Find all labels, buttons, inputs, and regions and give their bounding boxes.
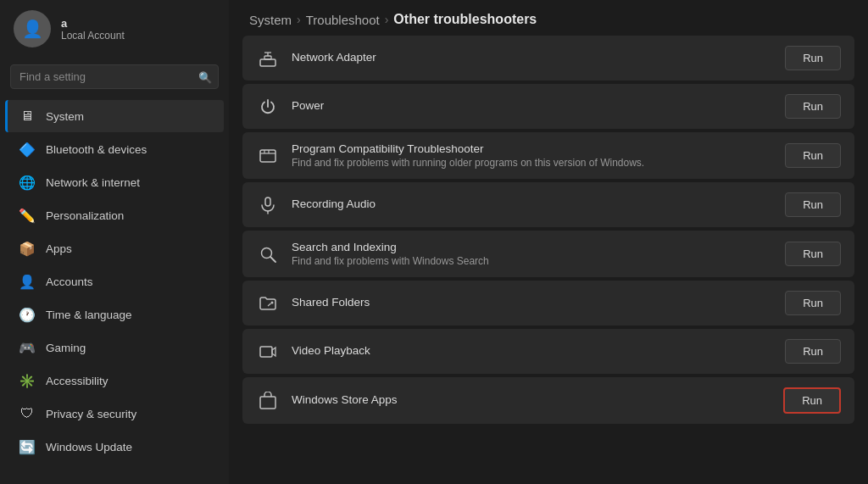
search-input[interactable]	[10, 64, 219, 89]
search-box: 🔍	[10, 64, 219, 89]
sidebar-item-label: Accounts	[46, 275, 93, 288]
svg-rect-14	[260, 347, 272, 357]
run-program-compat-button[interactable]: Run	[785, 143, 841, 168]
recording-audio-text: Recording Audio	[292, 197, 773, 212]
list-item: Video Playback Run	[242, 329, 854, 374]
run-search-indexing-button[interactable]: Run	[785, 242, 841, 266]
sidebar-item-bluetooth[interactable]: 🔷 Bluetooth & devices	[5, 133, 224, 165]
search-indexing-icon	[256, 242, 280, 266]
windows-store-icon	[256, 389, 280, 413]
accounts-icon: 👤	[19, 273, 36, 290]
run-network-adapter-button[interactable]: Run	[785, 46, 841, 70]
list-item: Power Run	[242, 84, 854, 129]
troubleshooters-list: Network Adapter Run Power Run	[229, 36, 868, 484]
user-account-type: Local Account	[61, 30, 125, 42]
main-content: System › Troubleshoot › Other troublesho…	[229, 0, 868, 484]
sidebar-item-system[interactable]: 🖥 System	[5, 100, 224, 132]
recording-audio-title: Recording Audio	[292, 197, 773, 210]
breadcrumb-troubleshoot[interactable]: Troubleshoot	[306, 13, 380, 27]
svg-rect-8	[265, 197, 270, 206]
shared-folders-text: Shared Folders	[292, 296, 773, 310]
windows-store-title: Windows Store Apps	[292, 393, 771, 406]
power-icon	[256, 95, 280, 119]
program-compat-desc: Find and fix problems with running older…	[292, 157, 773, 169]
sidebar-item-label: System	[46, 110, 84, 123]
svg-rect-1	[264, 56, 271, 59]
breadcrumb-current: Other troubleshooters	[393, 12, 537, 27]
sidebar-item-accessibility[interactable]: ✳️ Accessibility	[5, 364, 224, 397]
svg-line-13	[268, 303, 271, 306]
power-text: Power	[292, 99, 773, 114]
apps-icon: 📦	[19, 240, 36, 257]
list-item: Search and Indexing Find and fix problem…	[242, 231, 854, 277]
sidebar-item-label: Gaming	[46, 342, 86, 354]
network-icon: 🌐	[19, 174, 36, 191]
personalization-icon: ✏️	[19, 207, 36, 224]
user-name: a	[61, 17, 125, 30]
svg-rect-4	[260, 150, 275, 162]
program-compat-title: Program Compatibility Troubleshooter	[292, 142, 773, 155]
shared-folders-icon	[256, 292, 280, 315]
power-title: Power	[292, 99, 773, 112]
sidebar-item-privacy[interactable]: 🛡 Privacy & security	[5, 398, 224, 430]
network-adapter-text: Network Adapter	[292, 51, 773, 65]
sidebar-item-label: Privacy & security	[46, 408, 136, 420]
sidebar-item-gaming[interactable]: 🎮 Gaming	[5, 331, 224, 364]
list-item: Program Compatibility Troubleshooter Fin…	[242, 132, 854, 179]
svg-point-12	[271, 301, 274, 303]
sidebar-item-label: Apps	[46, 242, 72, 255]
svg-line-11	[270, 257, 275, 262]
shared-folders-title: Shared Folders	[292, 296, 773, 309]
search-indexing-desc: Find and fix problems with Windows Searc…	[292, 255, 773, 267]
program-compat-text: Program Compatibility Troubleshooter Fin…	[292, 142, 773, 169]
breadcrumb: System › Troubleshoot › Other troublesho…	[229, 0, 868, 36]
run-video-playback-button[interactable]: Run	[785, 339, 841, 364]
sidebar-item-time[interactable]: 🕐 Time & language	[5, 298, 224, 331]
run-shared-folders-button[interactable]: Run	[785, 291, 841, 315]
breadcrumb-system[interactable]: System	[249, 13, 292, 27]
time-icon: 🕐	[19, 306, 36, 323]
video-playback-text: Video Playback	[292, 344, 773, 359]
user-profile[interactable]: 👤 a Local Account	[0, 0, 229, 58]
list-item: Windows Store Apps Run	[242, 377, 854, 424]
sidebar-item-label: Accessibility	[46, 375, 108, 387]
gaming-icon: 🎮	[19, 339, 36, 356]
network-adapter-icon	[256, 47, 280, 70]
sidebar-item-accounts[interactable]: 👤 Accounts	[5, 265, 224, 298]
video-playback-icon	[256, 340, 280, 364]
svg-rect-15	[260, 397, 275, 409]
privacy-icon: 🛡	[19, 405, 36, 422]
search-icon: 🔍	[198, 70, 212, 83]
run-windows-store-button[interactable]: Run	[783, 387, 841, 414]
search-indexing-text: Search and Indexing Find and fix problem…	[292, 241, 773, 267]
svg-rect-0	[260, 59, 275, 66]
sidebar-item-label: Windows Update	[46, 441, 132, 453]
search-indexing-title: Search and Indexing	[292, 241, 773, 253]
sidebar-item-label: Personalization	[46, 209, 124, 222]
accessibility-icon: ✳️	[19, 372, 36, 389]
sidebar-item-label: Network & internet	[46, 176, 140, 189]
sidebar-item-label: Time & language	[46, 309, 132, 321]
windows-update-icon: 🔄	[19, 438, 36, 455]
avatar: 👤	[14, 10, 51, 47]
nav-list: 🖥 System 🔷 Bluetooth & devices 🌐 Network…	[0, 96, 229, 467]
sidebar-item-network[interactable]: 🌐 Network & internet	[5, 166, 224, 198]
sidebar-item-apps[interactable]: 📦 Apps	[5, 232, 224, 264]
list-item: Recording Audio Run	[242, 182, 854, 227]
list-item: Network Adapter Run	[242, 36, 854, 81]
list-item: Shared Folders Run	[242, 281, 854, 325]
windows-store-text: Windows Store Apps	[292, 393, 771, 408]
run-recording-audio-button[interactable]: Run	[785, 192, 841, 217]
run-power-button[interactable]: Run	[785, 94, 841, 119]
sidebar-item-personalization[interactable]: ✏️ Personalization	[5, 199, 224, 231]
sidebar: 👤 a Local Account 🔍 🖥 System 🔷 Bluetooth…	[0, 0, 229, 484]
breadcrumb-sep-2: ›	[385, 13, 389, 26]
video-playback-title: Video Playback	[292, 344, 773, 357]
program-compat-icon	[256, 144, 280, 168]
user-info: a Local Account	[61, 17, 125, 42]
network-adapter-title: Network Adapter	[292, 51, 773, 64]
system-icon: 🖥	[19, 108, 36, 125]
sidebar-item-label: Bluetooth & devices	[46, 143, 147, 156]
sidebar-item-windows-update[interactable]: 🔄 Windows Update	[5, 431, 224, 463]
recording-audio-icon	[256, 193, 280, 217]
